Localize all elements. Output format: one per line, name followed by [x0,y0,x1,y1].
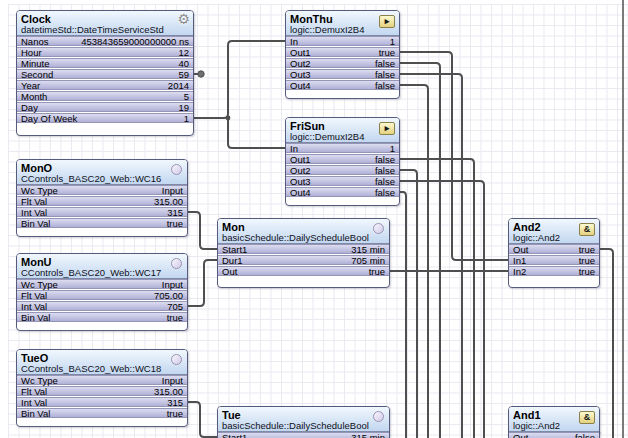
slot-row[interactable]: Wc TypeInput [17,185,187,195]
block-rows: In1Out1trueOut2falseOut3falseOut4false [286,36,399,90]
wire-frisun-out3-down[interactable] [400,181,484,438]
slot-row[interactable]: Int Val315 [17,207,187,217]
slot-label: Day [21,103,38,112]
slot-row[interactable]: Out1true [286,47,399,57]
slot-row[interactable]: In1 [286,143,399,153]
slot-label: Bin Val [21,409,50,418]
slot-label: Flt Val [21,291,47,300]
component-circle-icon [171,354,182,365]
slot-row[interactable]: Out1false [286,154,399,164]
slot-row[interactable]: Flt Val315.00 [17,196,187,206]
block-tue[interactable]: Tue basicSchedule::DailyScheduleBool Sta… [217,406,390,438]
slot-row[interactable]: Day19 [17,102,193,112]
slot-row[interactable]: Flt Val705.00 [17,290,187,300]
block-header[interactable]: MonThu logic::DemuxI2B4 ▸ [286,11,399,36]
wire-clock-dayofweek-to-frisun-in[interactable] [228,118,285,148]
slot-row[interactable]: Outfalse [509,432,599,438]
block-rows: Nanos453843659000000000 nsHour12Minute40… [17,36,193,123]
block-header[interactable]: MonU CControls_BASC20_Web::WC17 [17,254,187,279]
slot-row[interactable]: Out3false [286,176,399,186]
slot-value: 705.00 [154,291,183,300]
block-and2[interactable]: And2 logic::And2 & OuttrueIn1trueIn2true [508,218,600,288]
component-circle-icon [171,164,182,175]
slot-row[interactable]: Outtrue [218,266,389,276]
slot-label: Bin Val [21,219,50,228]
slot-value: false [375,70,395,79]
slot-label: Nanos [21,37,48,46]
block-rows: Wc TypeInputFlt Val315.00Int Val315Bin V… [17,375,187,418]
slot-row[interactable]: Flt Val315.00 [17,386,187,396]
block-header[interactable]: Tue basicSchedule::DailyScheduleBool [218,407,389,432]
slot-value: 59 [178,70,189,79]
slot-row[interactable]: Hour12 [17,47,193,57]
block-rows: Wc TypeInputFlt Val705.00Int Val705Bin V… [17,279,187,322]
block-frisun[interactable]: FriSun logic::DemuxI2B4 ▸ In1Out1falseOu… [285,117,400,206]
block-monu[interactable]: MonU CControls_BASC20_Web::WC17 Wc TypeI… [16,253,188,331]
slot-row[interactable]: Minute40 [17,58,193,68]
slot-row[interactable]: In2true [509,266,599,276]
block-header[interactable]: And1 logic::And2 & [509,407,599,432]
slot-row[interactable]: Out2false [286,165,399,175]
slot-row[interactable]: Int Val315 [17,397,187,407]
block-and1[interactable]: And1 logic::And2 & Outfalse [508,406,600,438]
slot-row[interactable]: Out3false [286,69,399,79]
slot-value: 315 min [351,433,385,438]
slot-row[interactable]: Out2false [286,58,399,68]
block-header[interactable]: TueO CControls_BASC20_Web::WC18 [17,350,187,375]
slot-label: Out [222,267,237,276]
block-monthu[interactable]: MonThu logic::DemuxI2B4 ▸ In1Out1trueOut… [285,10,400,99]
wire-frisun-out2-down[interactable] [400,170,417,438]
wire-frisun-out4-down[interactable] [400,192,406,438]
wire-tueo-intval-to-tue-start1[interactable] [188,402,217,437]
slot-row[interactable]: Wc TypeInput [17,375,187,385]
demux-icon: ▸ [379,15,395,28]
block-mono[interactable]: MonO CControls_BASC20_Web::WC16 Wc TypeI… [16,159,188,237]
slot-row[interactable]: Day Of Week1 [17,113,193,123]
slot-row[interactable]: Year2014 [17,80,193,90]
slot-row[interactable]: Dur1705 min [218,255,389,265]
block-header[interactable]: Clock datetimeStd::DateTimeServiceStd ⚙ [17,11,193,36]
slot-row[interactable]: Out4false [286,187,399,197]
slot-label: In2 [513,267,526,276]
slot-row[interactable]: Bin Valtrue [17,218,187,228]
slot-row[interactable]: Month5 [17,91,193,101]
slot-row[interactable]: Out4false [286,80,399,90]
wire-and2-out-down[interactable] [600,249,613,438]
block-header[interactable]: And2 logic::And2 & [509,219,599,244]
wire-clock-dayofweek-to-monthu-in[interactable] [194,41,285,118]
slot-label: Dur1 [222,256,243,265]
slot-label: In [290,144,298,153]
block-header[interactable]: Mon basicSchedule::DailyScheduleBool [218,219,389,244]
slot-label: Int Val [21,208,47,217]
slot-value: 1 [390,37,395,46]
slot-row[interactable]: Bin Valtrue [17,408,187,418]
block-subtitle: CControls_BASC20_Web::WC16 [21,174,183,184]
slot-row[interactable]: Outtrue [509,244,599,254]
block-clock[interactable]: Clock datetimeStd::DateTimeServiceStd ⚙ … [16,10,194,136]
clock-second-port-knob[interactable] [198,71,204,77]
slot-row[interactable]: Nanos453843659000000000 ns [17,36,193,46]
slot-row[interactable]: Start1315 min [218,244,389,254]
wire-monu-intval-to-mon-dur1[interactable] [188,260,217,306]
slot-label: Second [21,70,53,79]
slot-row[interactable]: Start1315 min [218,432,389,438]
slot-label: Flt Val [21,197,47,206]
wire-mono-intval-to-mon-start1[interactable] [188,212,217,249]
block-tueo[interactable]: TueO CControls_BASC20_Web::WC18 Wc TypeI… [16,349,188,427]
slot-label: Wc Type [21,280,58,289]
block-mon[interactable]: Mon basicSchedule::DailyScheduleBool Sta… [217,218,390,288]
block-header[interactable]: FriSun logic::DemuxI2B4 ▸ [286,118,399,143]
slot-label: Out [513,433,528,438]
block-header[interactable]: MonO CControls_BASC20_Web::WC16 [17,160,187,185]
slot-row[interactable]: In1true [509,255,599,265]
slot-value: 19 [178,103,189,112]
wire-monthu-out4-down[interactable] [400,85,428,438]
wire-junction [226,116,231,121]
slot-row[interactable]: Bin Valtrue [17,312,187,322]
slot-row[interactable]: Int Val705 [17,301,187,311]
slot-row[interactable]: Wc TypeInput [17,279,187,289]
slot-row[interactable]: Second59 [17,69,193,79]
slot-row[interactable]: In1 [286,36,399,46]
slot-label: Out3 [290,177,311,186]
slot-label: Year [21,81,40,90]
